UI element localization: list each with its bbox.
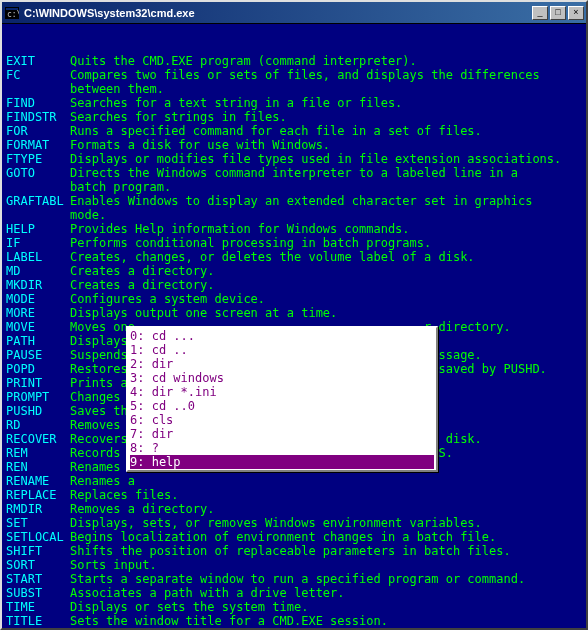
command-name: FTYPE <box>6 152 70 166</box>
help-row: FORMATFormats a disk for use with Window… <box>6 138 582 152</box>
command-name: PAUSE <box>6 348 70 362</box>
command-name: MKDIR <box>6 278 70 292</box>
help-row: IFPerforms conditional processing in bat… <box>6 236 582 250</box>
command-name: PROMPT <box>6 390 70 404</box>
history-item[interactable]: 0: cd ... <box>130 329 434 343</box>
command-name: SET <box>6 516 70 530</box>
command-name: MODE <box>6 292 70 306</box>
command-name: REPLACE <box>6 488 70 502</box>
help-row: MDCreates a directory. <box>6 264 582 278</box>
history-item[interactable]: 4: dir *.ini <box>130 385 434 399</box>
command-name: REN <box>6 460 70 474</box>
help-row: between them. <box>6 82 582 96</box>
command-desc: Displays, sets, or removes Windows envir… <box>70 516 482 530</box>
command-desc: Removes a directory. <box>70 502 215 516</box>
help-row: batch program. <box>6 180 582 194</box>
command-name: RMDIR <box>6 502 70 516</box>
command-name: START <box>6 572 70 586</box>
command-desc: Creates, changes, or deletes the volume … <box>70 250 475 264</box>
command-desc: batch program. <box>70 180 171 194</box>
command-name: HELP <box>6 222 70 236</box>
help-row: FORRuns a specified command for each fil… <box>6 124 582 138</box>
help-row: REPLACEReplaces files. <box>6 488 582 502</box>
command-name: EXIT <box>6 54 70 68</box>
close-button[interactable]: × <box>568 6 584 20</box>
command-desc: Runs a specified command for each file i… <box>70 124 482 138</box>
command-name: FC <box>6 68 70 82</box>
titlebar[interactable]: c:\ C:\WINDOWS\system32\cmd.exe _ □ × <box>2 2 586 24</box>
command-name: RENAME <box>6 474 70 488</box>
minimize-button[interactable]: _ <box>532 6 548 20</box>
command-desc: Provides Help information for Windows co… <box>70 222 410 236</box>
command-name: RD <box>6 418 70 432</box>
history-item[interactable]: 2: dir <box>130 357 434 371</box>
history-item[interactable]: 8: ? <box>130 441 434 455</box>
command-desc: Enables Windows to display an extended c… <box>70 194 532 208</box>
maximize-button[interactable]: □ <box>550 6 566 20</box>
command-name: FORMAT <box>6 138 70 152</box>
help-row: SETLOCALBegins localization of environme… <box>6 530 582 544</box>
command-name: MD <box>6 264 70 278</box>
help-row: EXITQuits the CMD.EXE program (command i… <box>6 54 582 68</box>
terminal-area[interactable]: EXITQuits the CMD.EXE program (command i… <box>2 24 586 628</box>
history-item[interactable]: 1: cd .. <box>130 343 434 357</box>
command-name: FOR <box>6 124 70 138</box>
command-name: GOTO <box>6 166 70 180</box>
command-desc: Renames a <box>70 474 142 488</box>
command-history-popup[interactable]: 0: cd ...1: cd ..2: dir3: cd windows4: d… <box>126 326 438 472</box>
command-desc: Replaces files. <box>70 488 178 502</box>
command-desc: Quits the CMD.EXE program (command inter… <box>70 54 417 68</box>
command-name: TIME <box>6 600 70 614</box>
command-desc: Associates a path with a drive letter. <box>70 586 345 600</box>
help-row: MODEConfigures a system device. <box>6 292 582 306</box>
command-name: FIND <box>6 96 70 110</box>
command-desc: Compares two files or sets of files, and… <box>70 68 540 82</box>
command-desc: Begins localization of environment chang… <box>70 530 496 544</box>
history-item[interactable]: 6: cls <box>130 413 434 427</box>
help-row: MOREDisplays output one screen at a time… <box>6 306 582 320</box>
command-desc: Sorts input. <box>70 558 157 572</box>
help-row: SORTSorts input. <box>6 558 582 572</box>
command-desc: mode. <box>70 208 106 222</box>
command-desc: Creates a directory. <box>70 264 215 278</box>
command-name: SUBST <box>6 586 70 600</box>
command-name: SORT <box>6 558 70 572</box>
history-item[interactable]: 5: cd ..0 <box>130 399 434 413</box>
help-row: TIMEDisplays or sets the system time. <box>6 600 582 614</box>
command-desc: Performs conditional processing in batch… <box>70 236 431 250</box>
help-row: SUBSTAssociates a path with a drive lett… <box>6 586 582 600</box>
help-row: FCCompares two files or sets of files, a… <box>6 68 582 82</box>
help-row: STARTStarts a separate window to run a s… <box>6 572 582 586</box>
help-row: FTYPEDisplays or modifies file types use… <box>6 152 582 166</box>
window-title: C:\WINDOWS\system32\cmd.exe <box>24 7 530 19</box>
command-name: FINDSTR <box>6 110 70 124</box>
command-name: PRINT <box>6 376 70 390</box>
app-window: c:\ C:\WINDOWS\system32\cmd.exe _ □ × EX… <box>0 0 588 630</box>
command-desc: Directs the Windows command interpreter … <box>70 166 518 180</box>
command-name: IF <box>6 236 70 250</box>
history-item[interactable]: 7: dir <box>130 427 434 441</box>
help-row: RENAMERenames a <box>6 474 582 488</box>
command-name: SHIFT <box>6 544 70 558</box>
history-item[interactable]: 9: help <box>130 455 434 469</box>
help-row: LABELCreates, changes, or deletes the vo… <box>6 250 582 264</box>
command-desc: Sets the window title for a CMD.EXE sess… <box>70 614 388 628</box>
command-name: POPD <box>6 362 70 376</box>
help-row: TITLESets the window title for a CMD.EXE… <box>6 614 582 628</box>
command-desc: Displays or modifies file types used in … <box>70 152 561 166</box>
command-name: TITLE <box>6 614 70 628</box>
command-name: RECOVER <box>6 432 70 446</box>
command-name: GRAFTABL <box>6 194 70 208</box>
help-row: GOTODirects the Windows command interpre… <box>6 166 582 180</box>
help-row: SHIFTShifts the position of replaceable … <box>6 544 582 558</box>
command-name: LABEL <box>6 250 70 264</box>
command-name: MORE <box>6 306 70 320</box>
history-item[interactable]: 3: cd windows <box>130 371 434 385</box>
command-name: MOVE <box>6 320 70 334</box>
command-desc: Formats a disk for use with Windows. <box>70 138 330 152</box>
command-name: PATH <box>6 334 70 348</box>
command-name: REM <box>6 446 70 460</box>
command-name: SETLOCAL <box>6 530 70 544</box>
command-desc: Searches for strings in files. <box>70 110 287 124</box>
svg-text:c:\: c:\ <box>7 10 19 19</box>
